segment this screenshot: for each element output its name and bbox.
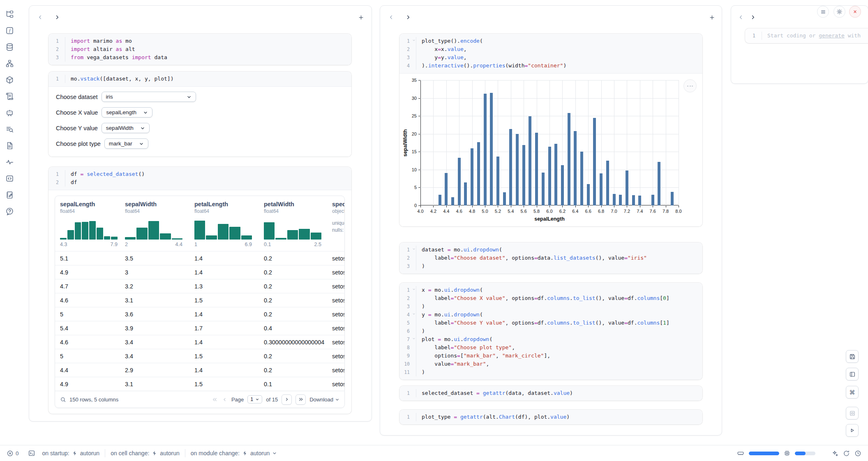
code-placeholder[interactable]: Start coding or generate with: [762, 32, 861, 40]
altair-chart[interactable]: 051015202530354.04.24.44.64.85.05.25.45.…: [399, 74, 702, 226]
sidebar-item-tracing[interactable]: [4, 157, 15, 167]
code-line[interactable]: import altair as alt: [65, 45, 135, 53]
restart-kernel-button[interactable]: [843, 450, 850, 457]
x-value-select[interactable]: sepalLength: [102, 107, 152, 118]
table-row[interactable]: 5.13.51.40.2setosa: [55, 251, 344, 265]
column-name[interactable]: sepalWidth: [125, 201, 189, 207]
column-name[interactable]: species: [332, 201, 344, 207]
chevron-right-icon[interactable]: [750, 14, 756, 20]
sidebar-item-scratchpad[interactable]: [4, 189, 15, 200]
first-page-button[interactable]: [212, 396, 218, 403]
chevron-left-icon[interactable]: [37, 14, 43, 20]
history-button[interactable]: [854, 450, 861, 457]
fold-chevron-icon[interactable]: [412, 288, 416, 291]
code-editor[interactable]: 1x = mo.ui.dropdown(2 label="Choose X va…: [399, 283, 702, 380]
minimap-button[interactable]: [846, 407, 859, 420]
page-select[interactable]: 1: [247, 395, 262, 403]
chevron-right-icon[interactable]: [54, 14, 60, 20]
next-page-button[interactable]: [282, 394, 292, 405]
dataset-select[interactable]: iris: [102, 92, 196, 102]
table-row[interactable]: 4.63.41.40.30000000000000004setosa: [55, 335, 344, 349]
sidebar-item-logs[interactable]: [4, 91, 15, 101]
notebook-menu-button[interactable]: [817, 6, 829, 18]
code-line[interactable]: dataset = mo.ui.dropdown(: [416, 246, 502, 254]
table-row[interactable]: 5.43.91.70.4setosa: [55, 321, 344, 335]
code-line[interactable]: import marimo as mo: [65, 37, 132, 45]
sidebar-item-snippets[interactable]: [4, 173, 15, 184]
code-line[interactable]: label="Choose X value", options=df.colum…: [416, 294, 669, 302]
code-line[interactable]: value="mark_bar",: [416, 360, 489, 368]
code-line[interactable]: ): [416, 368, 425, 376]
chevron-right-icon[interactable]: [405, 14, 411, 20]
code-editor[interactable]: 1plot_type = getattr(alt.Chart(df), plot…: [399, 410, 702, 424]
sidebar-item-help[interactable]: [4, 206, 15, 217]
fold-chevron-icon[interactable]: [412, 312, 416, 316]
sidebar-item-documentation[interactable]: [4, 140, 15, 151]
sidebar-item-database[interactable]: [4, 41, 15, 52]
runtime-config-on-cell-change[interactable]: on cell change:autorun: [111, 450, 180, 456]
fold-chevron-icon[interactable]: [412, 337, 416, 340]
code-line[interactable]: selected_dataset = getattr(data, dataset…: [416, 389, 573, 397]
table-row[interactable]: 4.42.91.40.2setosa: [55, 363, 344, 377]
layout-toggle-button[interactable]: [846, 368, 859, 380]
table-row[interactable]: 4.93.11.50.1setosa: [55, 377, 344, 391]
column-name[interactable]: sepalLength: [60, 201, 120, 207]
shutdown-button[interactable]: [849, 6, 861, 18]
download-button[interactable]: Download: [309, 396, 339, 403]
runtime-config-on-startup[interactable]: on startup:autorun: [42, 450, 100, 456]
chart-actions-icon[interactable]: [683, 79, 697, 92]
table-row[interactable]: 4.931.40.2setosa: [55, 265, 344, 279]
memory-usage-meter[interactable]: [749, 452, 779, 455]
code-line[interactable]: plot_type = getattr(alt.Chart(df), plot.…: [416, 413, 570, 421]
keyboard-shortcuts-button[interactable]: ⌘: [846, 386, 859, 399]
run-all-button[interactable]: [846, 424, 859, 437]
chevron-left-icon[interactable]: [388, 14, 394, 20]
sidebar-item-dependency-graph[interactable]: [4, 58, 15, 69]
sidebar-item-file-tree[interactable]: [4, 9, 15, 19]
fold-chevron-icon[interactable]: [412, 247, 416, 251]
code-line[interactable]: y = mo.ui.dropdown(: [416, 311, 483, 319]
code-line[interactable]: x=x.value,: [416, 45, 467, 53]
code-line[interactable]: df = selected_dataset(): [65, 170, 145, 178]
code-line[interactable]: x = mo.ui.dropdown(: [416, 286, 483, 294]
code-line[interactable]: mo.vstack([dataset, x, y, plot]): [65, 75, 173, 83]
table-row[interactable]: 53.41.50.2setosa: [55, 349, 344, 363]
code-line[interactable]: ): [416, 262, 425, 270]
ai-assistant-button[interactable]: [831, 450, 838, 457]
export-button[interactable]: [846, 350, 859, 363]
add-cell-icon[interactable]: [709, 14, 715, 21]
generate-with-ai-link[interactable]: generate: [819, 32, 845, 39]
code-editor[interactable]: 1import marimo as mo2import altair as al…: [48, 34, 351, 65]
code-editor[interactable]: 1plot_type().encode(2 x=x.value,3 y=y.va…: [399, 34, 702, 73]
sidebar-item-ai-chat[interactable]: [4, 107, 15, 118]
column-name[interactable]: petalWidth: [264, 201, 327, 207]
code-editor[interactable]: 1selected_dataset = getattr(data, datase…: [399, 386, 702, 401]
sidebar-item-outline[interactable]: [4, 124, 15, 134]
code-line[interactable]: plot = mo.ui.dropdown(: [416, 335, 492, 343]
code-line[interactable]: label="Choose dataset", options=data.lis…: [416, 254, 647, 262]
chevron-left-icon[interactable]: [738, 14, 744, 20]
y-value-select[interactable]: sepalWidth: [102, 123, 150, 133]
sidebar-item-functions[interactable]: f: [4, 25, 15, 36]
code-line[interactable]: ).interactive().properties(width="contai…: [416, 62, 566, 70]
add-cell-icon[interactable]: [358, 14, 364, 21]
code-line[interactable]: df: [65, 178, 77, 187]
error-count-button[interactable]: 0: [7, 450, 19, 457]
table-row[interactable]: 53.61.40.2setosa: [55, 307, 344, 321]
search-icon[interactable]: [60, 396, 66, 403]
code-editor[interactable]: 1dataset = mo.ui.dropdown(2 label="Choos…: [399, 242, 702, 274]
plot-type-select[interactable]: mark_bar: [104, 138, 148, 149]
code-line[interactable]: from vega_datasets import data: [65, 53, 167, 62]
sidebar-item-packages[interactable]: [4, 74, 15, 85]
code-line[interactable]: label="Choose Y value", options=df.colum…: [416, 319, 669, 327]
code-line[interactable]: ): [416, 327, 425, 335]
cpu-usage-meter[interactable]: [795, 452, 815, 455]
previous-page-button[interactable]: [222, 396, 228, 403]
code-line[interactable]: plot_type().encode(: [416, 37, 483, 45]
code-line[interactable]: options=["mark_bar", "mark_circle"],: [416, 352, 550, 360]
settings-button[interactable]: [833, 6, 845, 18]
code-editor[interactable]: 1df = selected_dataset()2df: [48, 167, 351, 190]
last-page-button[interactable]: [295, 394, 306, 405]
fold-chevron-icon[interactable]: [412, 39, 416, 42]
terminal-button[interactable]: [28, 449, 35, 457]
